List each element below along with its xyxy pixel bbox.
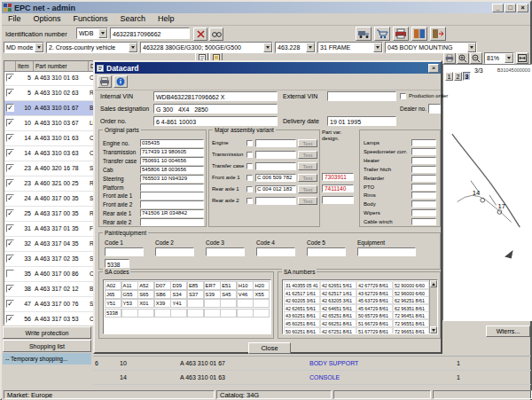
- minimize-button[interactable]: _: [492, 4, 504, 12]
- transfer-case-test-button[interactable]: Test: [298, 162, 317, 170]
- delivery-date-field[interactable]: 19 01 1995: [327, 116, 396, 126]
- steering-field[interactable]: 765503 10 N94329: [140, 175, 204, 183]
- heater-field[interactable]: [411, 157, 436, 164]
- vehicle-button[interactable]: [356, 27, 372, 41]
- row-checkbox[interactable]: ✓: [6, 300, 14, 308]
- rear-axle-1-field[interactable]: 741506 1R 034842: [140, 209, 204, 217]
- row-checkbox[interactable]: ✓: [6, 119, 14, 127]
- fit-page-button[interactable]: [516, 52, 528, 64]
- menu-search[interactable]: Search: [114, 13, 153, 25]
- menu-file[interactable]: File: [2, 13, 27, 25]
- row-checkbox[interactable]: ✓: [6, 209, 14, 217]
- rear-axle-1-variant-field[interactable]: C 004 012 183: [255, 185, 296, 193]
- zoom-combo[interactable]: 81%: [484, 52, 514, 64]
- vin-input[interactable]: 46322817096662: [110, 27, 190, 39]
- scroll-down-button[interactable]: [430, 326, 437, 333]
- datacard-info-button[interactable]: [113, 75, 128, 88]
- page-button-2[interactable]: 2: [454, 72, 462, 81]
- table-row[interactable]: ✓24A 460 317 00 35SE: [4, 192, 94, 207]
- rear-axle-2-test-button[interactable]: Test: [298, 197, 317, 205]
- shopping-list-button[interactable]: Shopping list: [3, 340, 91, 352]
- dropdown-button[interactable]: [98, 28, 107, 38]
- engine-test-button[interactable]: Test: [298, 139, 317, 147]
- datacard-print-button[interactable]: [98, 75, 112, 88]
- table-row[interactable]: ✓5A 463 310 02 63RE: [4, 86, 94, 101]
- trailer-hitch-field[interactable]: [411, 166, 436, 173]
- code-3-field[interactable]: [206, 247, 245, 256]
- viewer-print-button[interactable]: [443, 52, 456, 64]
- table-row[interactable]: ✓23A 460 321 00 25RE: [4, 176, 94, 192]
- table-row[interactable]: ✓56A 463 317 03 53CO: [4, 312, 94, 325]
- part-var-field-5[interactable]: [322, 196, 354, 204]
- row-checkbox[interactable]: ✓: [6, 315, 14, 323]
- rear-axle-1-test-button[interactable]: Test: [298, 185, 317, 193]
- code-5-field[interactable]: [307, 247, 346, 256]
- engine-variant-checkbox[interactable]: [246, 140, 253, 146]
- temporary-shopping-item[interactable]: -- Temporary shopping...: [3, 353, 91, 365]
- row-checkbox[interactable]: ✓: [6, 224, 14, 232]
- row-checkbox[interactable]: ✓: [6, 149, 14, 157]
- rear-axle-2-field[interactable]: [140, 218, 204, 226]
- group-combo[interactable]: 31 FRAME: [317, 42, 383, 53]
- exit-button[interactable]: [430, 27, 446, 41]
- scroll-up-button[interactable]: [430, 280, 437, 287]
- table-row[interactable]: ✓33A 463 317 02 35SU: [4, 252, 94, 267]
- row-checkbox[interactable]: ✓: [6, 239, 14, 247]
- dropdown-button[interactable]: [129, 43, 137, 52]
- dropdown-button[interactable]: [306, 43, 315, 52]
- row-checkbox[interactable]: ✓: [6, 164, 14, 172]
- cab-field[interactable]: 545806 18 003656: [140, 166, 204, 174]
- write-protection-button[interactable]: Write protection: [3, 326, 91, 339]
- sales-designation-field[interactable]: G 300 4X4 2850: [153, 104, 278, 114]
- row-checkbox[interactable]: [6, 270, 14, 278]
- wmi-combo[interactable]: WDB: [76, 27, 108, 39]
- rear-axle-2-variant-field[interactable]: [255, 197, 296, 205]
- transfer-case-field[interactable]: 750691 10 004656: [140, 157, 204, 165]
- row-checkbox[interactable]: ✓: [6, 194, 14, 202]
- dropdown-button[interactable]: [263, 43, 272, 52]
- engine-variant-field[interactable]: [255, 139, 296, 147]
- catalog-button[interactable]: [411, 27, 427, 41]
- page-button-1[interactable]: 1: [445, 72, 453, 81]
- row-checkbox[interactable]: ✓: [6, 134, 14, 142]
- datacard-close-icon[interactable]: ×: [428, 64, 439, 73]
- dropdown-button[interactable]: [35, 43, 43, 52]
- zoom-out-button[interactable]: [470, 52, 482, 64]
- lamps-field[interactable]: [411, 139, 436, 146]
- equipment-field[interactable]: [357, 247, 416, 256]
- speedometer-corr-field[interactable]: [411, 148, 436, 155]
- pto-field[interactable]: [411, 184, 436, 191]
- md-mode-combo[interactable]: MD mode: [4, 42, 44, 53]
- code-4-field[interactable]: [256, 247, 295, 256]
- external-vin-field[interactable]: [327, 91, 396, 101]
- dropdown-button[interactable]: [373, 43, 382, 52]
- row-checkbox[interactable]: ✓: [6, 179, 14, 187]
- table-row[interactable]: ✓14A 463 310 01 63CO: [4, 131, 94, 146]
- table-row[interactable]: ✓25A 463 317 00 35RE: [4, 207, 94, 222]
- transfer-case-variant-field[interactable]: [255, 162, 296, 170]
- type-combo[interactable]: 463.228: [275, 42, 316, 53]
- order-no-field[interactable]: 6 4-861 10003: [153, 116, 278, 126]
- transfer-case-variant-checkbox[interactable]: [246, 163, 253, 169]
- row-checkbox[interactable]: ✓: [6, 285, 14, 293]
- wipers-field[interactable]: [411, 209, 436, 216]
- result-row[interactable]: 610A 463 310 01 67BODY SUPPORT1: [93, 357, 531, 371]
- clear-button[interactable]: [193, 27, 207, 41]
- rear-axle-1-variant-checkbox[interactable]: [246, 186, 253, 192]
- table-row[interactable]: ✓14A 463 310 03 63CO: [4, 146, 94, 161]
- page-button-3[interactable]: 3: [463, 72, 471, 81]
- row-checkbox[interactable]: ✓: [6, 74, 14, 82]
- table-row[interactable]: ✓31A 463 317 01 35FR: [4, 222, 94, 237]
- close-dialog-button[interactable]: Close: [248, 342, 291, 354]
- cable-winch-field[interactable]: [411, 218, 436, 225]
- menu-functions[interactable]: Functions: [67, 13, 114, 25]
- table-row[interactable]: ✓32A 463 317 04 35RE: [4, 237, 94, 252]
- subgroup-combo[interactable]: 045 BODY MOUNTING: [385, 42, 477, 53]
- menu-help[interactable]: Help: [152, 13, 181, 25]
- part-var-field-3[interactable]: 7303911: [322, 173, 354, 181]
- sa-numbers-scrollbar[interactable]: [429, 280, 437, 333]
- table-row[interactable]: ✓5A 463 310 01 63CO: [4, 71, 94, 86]
- code-2-field[interactable]: [155, 247, 194, 256]
- vehicle-class-combo[interactable]: 2. Cross-country vehicle: [46, 42, 138, 53]
- rear-axle-2-variant-checkbox[interactable]: [246, 198, 253, 204]
